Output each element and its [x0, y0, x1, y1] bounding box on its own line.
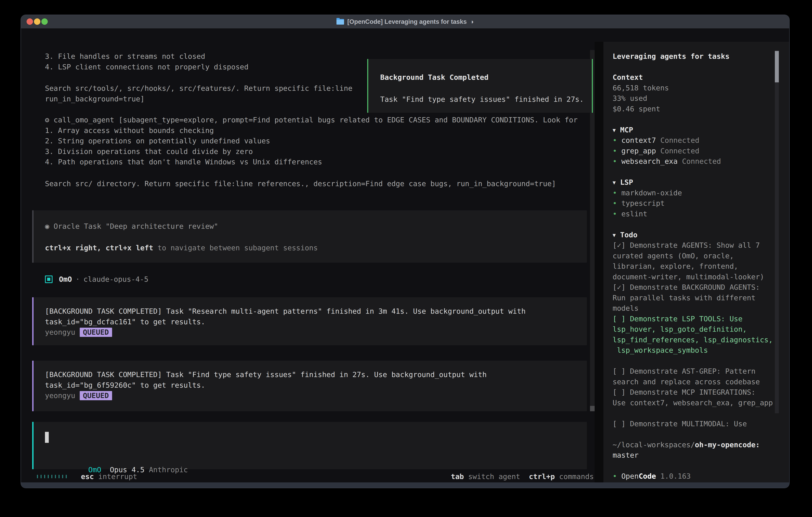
mcp-section-header[interactable]: ▼MCP [613, 125, 789, 135]
bullet-icon: • [613, 157, 617, 165]
main-scrollbar-thumb[interactable] [590, 406, 594, 411]
line: librarian, explore, frontend, [613, 261, 789, 272]
folder-icon [337, 19, 344, 25]
agent-session-header[interactable]: OmO · claude-opus-4-5 [45, 274, 148, 285]
status-bar-right: tab switch agent ctrl+p commands [451, 472, 594, 481]
task-result-box: [BACKGROUND TASK COMPLETED] Task "Find t… [32, 361, 587, 411]
oracle-task-hint: ctrl+x right, ctrl+x left to navigate be… [45, 243, 587, 253]
agent-model: claude-opus-4-5 [84, 274, 148, 285]
line: 4. Path operations that don't handle Win… [45, 157, 578, 167]
assistant-output-lines: 3. File handles or streams not closed4. … [45, 51, 249, 72]
agent-name: OmO [59, 274, 72, 285]
bullet-icon: • [613, 199, 617, 207]
bullet-icon: • [613, 136, 617, 144]
task-result-line: task_id="bg_6f59260c" to get results. [45, 380, 587, 391]
agent-call-output: ⚙ call_omo_agent [subagent_type=explore,… [45, 115, 578, 167]
agent-call-tail-line: Search src/ directory. Return specific f… [45, 179, 556, 189]
line: lsp_find_references, lsp_diagnostics, [613, 335, 789, 345]
oracle-task-box[interactable]: ◉ Oracle Task "Deep architecture review"… [32, 210, 587, 263]
line: 4. LSP client connections not properly d… [45, 62, 249, 72]
sidebar: Leveraging agents for tasks Context 66,5… [603, 42, 789, 488]
bullet-icon: • [613, 210, 617, 218]
interrupt-label-text: interrupt [98, 472, 137, 481]
task-result-meta: yeongyuQUEUED [45, 390, 587, 401]
oracle-task-icon: ◉ [45, 222, 49, 230]
bullet-icon: • [613, 472, 617, 480]
task-result-box: [BACKGROUND TASK COMPLETED] Task "Resear… [32, 297, 587, 345]
workspace-path: ~/local-workspaces/oh-my-opencode: [613, 440, 789, 450]
task-result-line: [BACKGROUND TASK COMPLETED] Task "Resear… [45, 306, 587, 317]
sidebar-scrollbar-thumb[interactable] [775, 51, 779, 82]
terminal-content: 3. File handles or streams not closed4. … [21, 28, 789, 483]
agent-separator: · [76, 274, 80, 285]
toast-message: Task "Find type safety issues" finished … [380, 94, 592, 105]
close-button[interactable] [27, 19, 33, 25]
todo-active-item: [ ] Demonstrate LSP TOOLS: Uselsp_hover,… [613, 314, 789, 356]
line: search and replace across codebase [613, 377, 789, 387]
minimize-button[interactable] [34, 19, 40, 25]
toast-title: Background Task Completed [380, 72, 592, 83]
background-task-toast[interactable]: Background Task Completed Task "Find typ… [367, 59, 593, 113]
maximize-button[interactable] [41, 19, 48, 25]
line: curated agents (OmO, oracle, [613, 251, 789, 261]
line: 33% used [613, 93, 789, 104]
task-result-line: [BACKGROUND TASK COMPLETED] Task "Find t… [45, 370, 587, 380]
app-version: •OpenCode1.0.163 [613, 471, 789, 482]
line: 3. File handles or streams not closed [45, 51, 249, 62]
line: document-writer, multimodal-looker) [613, 272, 789, 282]
line: Run parallel tasks with different [613, 293, 789, 303]
hint-text: to navigate between subagent sessions [153, 244, 318, 252]
sidebar-scrollbar-track[interactable] [775, 50, 779, 413]
panel-divider [594, 42, 603, 488]
line: 2. String operations on potentially unde… [45, 136, 578, 146]
line: lsp_hover, lsp_goto_definition, [613, 324, 789, 335]
input-model-row: OmOOpus 4.5Anthropic [45, 454, 188, 465]
lsp-item: •eslint [613, 209, 789, 219]
task-author: yeongyu [45, 328, 75, 336]
task-result-meta: yeongyuQUEUED [45, 327, 587, 338]
lsp-item: •markdown-oxide [613, 188, 789, 198]
lsp-item: •typescript [613, 198, 789, 209]
ctrl-p-key-hint: ctrl+p [529, 472, 555, 481]
task-result-line: task_id="bg_dcfac161" to get results. [45, 317, 587, 327]
status-badge: QUEUED [80, 328, 112, 337]
session-title: Leveraging agents for tasks [613, 51, 789, 62]
agent-call-tail: Search src/ directory. Return specific f… [45, 179, 556, 189]
line: [ ] Demonstrate MCP INTEGRATIONS: [613, 387, 789, 398]
progress-icon: ◑ [470, 18, 474, 25]
mcp-item: •context7Connected [613, 135, 789, 146]
spinner-icon [37, 475, 69, 478]
titlebar[interactable]: [OpenCode] Leveraging agents for tasks ◑ [21, 15, 789, 29]
line: $0.46 spent [613, 104, 789, 114]
todo-pending-items: [ ] Demonstrate AST-GREP: Patternsearch … [613, 366, 789, 408]
assistant-output-search: Search src/tools/, src/hooks/, src/featu… [45, 83, 352, 104]
todo-done-items: [✓] Demonstrate AGENTS: Show all 7curate… [613, 240, 789, 314]
line: 1. Array access without bounds checking [45, 125, 578, 136]
desktop: [OpenCode] Leveraging agents for tasks ◑… [0, 0, 812, 517]
context-stats: 66,518 tokens33% used$0.46 spent [613, 83, 789, 114]
todo-section-header[interactable]: ▼Todo [613, 230, 789, 240]
lsp-section-header[interactable]: ▼LSP [613, 177, 789, 188]
context-section-header: Context [613, 72, 789, 83]
mcp-item: •grep_appConnected [613, 146, 789, 156]
prompt-input[interactable]: OmOOpus 4.5Anthropic [32, 422, 587, 469]
line: run_in_background=true] [45, 94, 352, 104]
task-author: yeongyu [45, 391, 75, 400]
switch-agent-label: switch agent [468, 472, 520, 481]
workspace-branch: master [613, 450, 789, 461]
line: [ ] Demonstrate MULTIMODAL: Use [613, 419, 789, 429]
line: Use context7, websearch_exa, grep_app [613, 398, 789, 408]
tab-key-hint: tab [451, 472, 464, 481]
oracle-task-title: ◉ Oracle Task "Deep architecture review" [45, 221, 587, 232]
collapse-arrow-icon: ▼ [613, 125, 616, 136]
line: [✓] Demonstrate AGENTS: Show all 7 [613, 240, 789, 251]
interrupt-label [94, 472, 98, 481]
line: Search src/tools/, src/hooks/, src/featu… [45, 83, 352, 94]
bullet-icon: • [613, 147, 617, 155]
window-title-text: [OpenCode] Leveraging agents for tasks [347, 18, 467, 25]
line: [ ] Demonstrate LSP TOOLS: Use [613, 314, 789, 324]
collapse-arrow-icon: ▼ [613, 177, 616, 188]
commands-label: commands [559, 472, 594, 481]
esc-key-hint: esc [81, 472, 94, 481]
collapse-arrow-icon: ▼ [613, 230, 616, 241]
